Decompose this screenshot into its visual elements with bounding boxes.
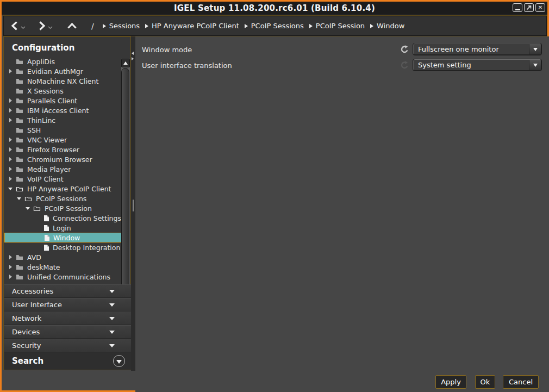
- navigation-bar: / SessionsHP Anyware PCoIP ClientPCoIP S…: [3, 16, 547, 36]
- expand-arrow-icon[interactable]: [8, 98, 13, 103]
- page-icon: [43, 215, 49, 222]
- tree-item-avd[interactable]: AVD: [4, 252, 122, 262]
- tree-item-label: Chromium Browser: [27, 155, 92, 164]
- dropdown-arrow-button[interactable]: [529, 44, 541, 54]
- section-accessories[interactable]: Accessories: [4, 284, 131, 298]
- tree-item-unified-communications[interactable]: Unified Communications: [4, 272, 122, 282]
- page-icon: [43, 244, 49, 251]
- forward-history-dropdown[interactable]: [48, 26, 53, 29]
- tree-item-nomachine-nx-client[interactable]: NoMachine NX Client: [4, 76, 122, 86]
- splitter-collapse-control[interactable]: [132, 52, 134, 60]
- scrollbar-thumb[interactable]: [121, 68, 129, 319]
- tree-item-connection-settings[interactable]: Connection Settings: [4, 213, 122, 223]
- expand-arrow-icon[interactable]: [8, 265, 13, 269]
- expand-arrow-icon[interactable]: [8, 157, 13, 161]
- expand-arrow-icon[interactable]: [8, 167, 13, 171]
- section-user-interface[interactable]: User Interface: [4, 298, 131, 312]
- section-label: Network: [12, 314, 109, 322]
- expand-arrow-icon[interactable]: [8, 108, 13, 113]
- folder-icon: [16, 68, 23, 74]
- tree-item-deskmate[interactable]: deskMate: [4, 262, 122, 272]
- tree-item-applidis[interactable]: AppliDis: [4, 57, 122, 66]
- expand-arrow-icon[interactable]: [8, 275, 13, 279]
- maximize-button[interactable]: [524, 3, 534, 12]
- collapse-arrow-icon[interactable]: [25, 207, 30, 210]
- tree-item-label: Evidian AuthMgr: [27, 67, 83, 76]
- tree-item-pcoip-sessions[interactable]: PCoIP Sessions: [4, 194, 122, 203]
- ui-translation-select[interactable]: System setting: [413, 59, 541, 71]
- collapse-arrow-icon[interactable]: [16, 197, 22, 200]
- breadcrumb-item-pcoip-session[interactable]: PCoIP Session: [309, 22, 365, 30]
- back-button[interactable]: [10, 21, 19, 31]
- ok-button[interactable]: Ok: [475, 375, 495, 389]
- tree-item-media-player[interactable]: Media Player: [4, 164, 122, 174]
- tree-item-thinlinc[interactable]: ThinLinc: [4, 115, 122, 125]
- apply-button[interactable]: Apply: [435, 375, 466, 389]
- breadcrumb-label: PCoIP Sessions: [251, 22, 304, 30]
- tree-item-label: NoMachine NX Client: [27, 77, 98, 85]
- sidebar-sections: AccessoriesUser InterfaceNetworkDevicesS…: [4, 284, 131, 352]
- expand-arrow-icon[interactable]: [8, 255, 13, 259]
- configuration-tree: AppliDisEvidian AuthMgrNoMachine NX Clie…: [4, 57, 122, 282]
- tree-item-window[interactable]: Window: [4, 233, 122, 242]
- back-history-dropdown[interactable]: [21, 26, 26, 29]
- tree-item-voip-client[interactable]: VoIP Client: [4, 174, 122, 184]
- tree-item-label: ThinLinc: [27, 116, 55, 125]
- expand-arrow-icon[interactable]: [8, 147, 13, 152]
- expand-arrow-icon[interactable]: [8, 138, 13, 142]
- search-expand-button[interactable]: [113, 355, 125, 367]
- tree-item-firefox-browser[interactable]: Firefox Browser: [4, 145, 122, 154]
- cancel-button[interactable]: Cancel: [503, 375, 539, 389]
- minimize-button[interactable]: [513, 3, 522, 12]
- expand-arrow-icon[interactable]: [8, 69, 13, 73]
- tree-item-hp-anyware-pcoip-client[interactable]: HP Anyware PCoIP Client: [4, 184, 122, 194]
- search-label: Search: [12, 356, 113, 366]
- breadcrumb-label: PCoIP Session: [316, 22, 365, 30]
- tree-item-x-sessions[interactable]: X Sessions: [4, 86, 122, 96]
- field-label-ui-translation: User interface translation: [142, 60, 232, 71]
- ui-translation-value: System setting: [414, 61, 529, 69]
- forward-button[interactable]: [38, 21, 46, 31]
- scroll-up-icon: [123, 61, 128, 65]
- folder-icon: [16, 117, 23, 123]
- breadcrumb-arrow-icon: [145, 24, 148, 28]
- tree-item-evidian-authmgr[interactable]: Evidian AuthMgr: [4, 66, 122, 76]
- tree-item-desktop-integration[interactable]: Desktop Integration: [4, 242, 122, 252]
- tree-item-ibm-iaccess-client[interactable]: IBM iAccess Client: [4, 105, 122, 115]
- title-bar[interactable]: IGEL Setup 11.08.200.rc6.01 (Build 6.10.…: [2, 2, 547, 15]
- tree-item-parallels-client[interactable]: Parallels Client: [4, 96, 122, 105]
- tree-item-pcoip-session[interactable]: PCoIP Session: [4, 203, 122, 213]
- breadcrumb-item-window[interactable]: Window: [370, 22, 404, 30]
- breadcrumb-item-pcoip-sessions[interactable]: PCoIP Sessions: [245, 22, 304, 30]
- search-section[interactable]: Search: [4, 352, 131, 370]
- folder-open-icon: [24, 195, 32, 202]
- up-button[interactable]: [67, 22, 77, 29]
- reset-button[interactable]: [400, 45, 409, 54]
- breadcrumb-arrow-icon: [309, 24, 313, 28]
- tree-item-chromium-browser[interactable]: Chromium Browser: [4, 154, 122, 164]
- window-mode-select[interactable]: Fullscreen one monitor: [413, 43, 541, 55]
- expand-arrow-icon[interactable]: [8, 177, 13, 181]
- folder-icon: [16, 166, 23, 172]
- close-button[interactable]: ✕: [535, 3, 545, 12]
- expand-arrow-icon[interactable]: [8, 118, 13, 122]
- collapse-arrow-icon[interactable]: [8, 188, 13, 190]
- tree-item-ssh[interactable]: SSH: [4, 125, 122, 135]
- section-network[interactable]: Network: [4, 312, 131, 325]
- section-devices[interactable]: Devices: [4, 325, 131, 339]
- breadcrumb-root[interactable]: /: [91, 22, 94, 30]
- tree-item-label: Connection Settings: [53, 214, 121, 222]
- back-icon: [10, 21, 19, 31]
- chevron-down-icon: [116, 360, 122, 364]
- folder-icon: [16, 58, 23, 65]
- tree-item-vnc-viewer[interactable]: VNC Viewer: [4, 135, 122, 145]
- tree-item-login[interactable]: Login: [4, 223, 122, 233]
- pane-splitter[interactable]: [131, 36, 135, 371]
- scroll-up-button[interactable]: [121, 59, 130, 67]
- dropdown-arrow-button[interactable]: [529, 60, 541, 70]
- tree-item-label: Unified Communications: [27, 273, 110, 281]
- breadcrumb-item-hp-anyware-pcoip-client[interactable]: HP Anyware PCoIP Client: [145, 22, 239, 30]
- splitter-handle[interactable]: [133, 200, 134, 211]
- breadcrumb-item-sessions[interactable]: Sessions: [103, 22, 140, 30]
- section-security[interactable]: Security: [4, 339, 131, 352]
